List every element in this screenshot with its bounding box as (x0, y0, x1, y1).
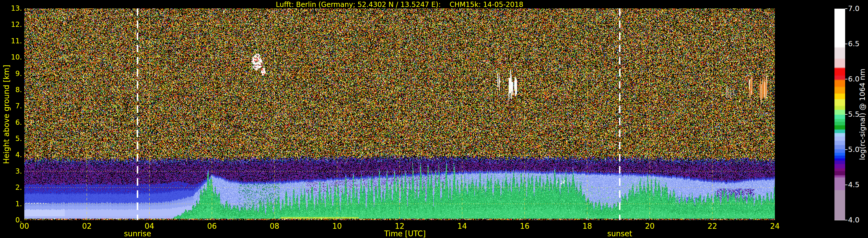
x-tick-label: 18 (583, 222, 592, 231)
plot-title: Lufft: Berlin (Germany; 52.4302 N / 13.5… (24, 1, 775, 9)
y-tick-label: 7. (0, 102, 22, 110)
x-axis-label: Time [UTC] (384, 229, 426, 238)
colorbar-tick-label: 6.5 (848, 40, 860, 48)
x-tick-label: 20 (645, 222, 655, 231)
y-tick-label: 10. (0, 53, 22, 61)
y-axis-label: Height above ground [km] (2, 65, 11, 164)
x-tick-label: 00 (20, 222, 29, 231)
colorbar-gradient (834, 9, 845, 220)
y-tick-label: 1. (0, 200, 22, 208)
sunset-annotation: sunset (608, 229, 632, 238)
colorbar-label: log(rc-signal) @ 1064 nm (858, 69, 867, 160)
y-tick-label: 2. (0, 183, 22, 192)
y-tick-label: 6. (0, 118, 22, 127)
x-tick-label: 22 (708, 222, 717, 231)
lidar-quicklook-figure: Lufft: Berlin (Germany; 52.4302 N / 13.5… (0, 0, 868, 238)
x-tick-label: 10 (332, 222, 342, 231)
y-tick-label: 4. (0, 151, 22, 159)
y-tick-label: 13. (0, 4, 22, 12)
x-tick-label: 08 (270, 222, 279, 231)
sunrise-annotation: sunrise (124, 229, 151, 238)
x-tick-label: 02 (82, 222, 92, 231)
colorbar-tick-mark (845, 8, 847, 9)
colorbar-tick-mark (845, 44, 847, 44)
y-tick-label: 9. (0, 70, 22, 78)
x-tick-label: 24 (770, 222, 779, 231)
heatmap-canvas (24, 8, 775, 220)
colorbar-tick-label: 4.5 (848, 180, 860, 189)
x-tick-label: 16 (520, 222, 529, 231)
colorbar-tick-mark (845, 149, 847, 150)
y-tick-label: 8. (0, 86, 22, 94)
colorbar-tick-label: 4.0 (848, 216, 860, 224)
y-tick-label: 12. (0, 21, 22, 29)
x-tick-label: 14 (457, 222, 467, 231)
y-tick-label: 11. (0, 37, 22, 45)
y-tick-label: 0. (0, 216, 22, 224)
colorbar-tick-mark (845, 184, 847, 185)
x-tick-label: 06 (207, 222, 217, 231)
y-tick-label: 5. (0, 135, 22, 143)
colorbar-tick-label: 7.0 (848, 4, 860, 13)
colorbar-tick-mark (845, 114, 847, 115)
y-tick-label: 3. (0, 167, 22, 175)
colorbar-tick-mark (845, 220, 847, 220)
colorbar-tick-mark (845, 79, 847, 79)
